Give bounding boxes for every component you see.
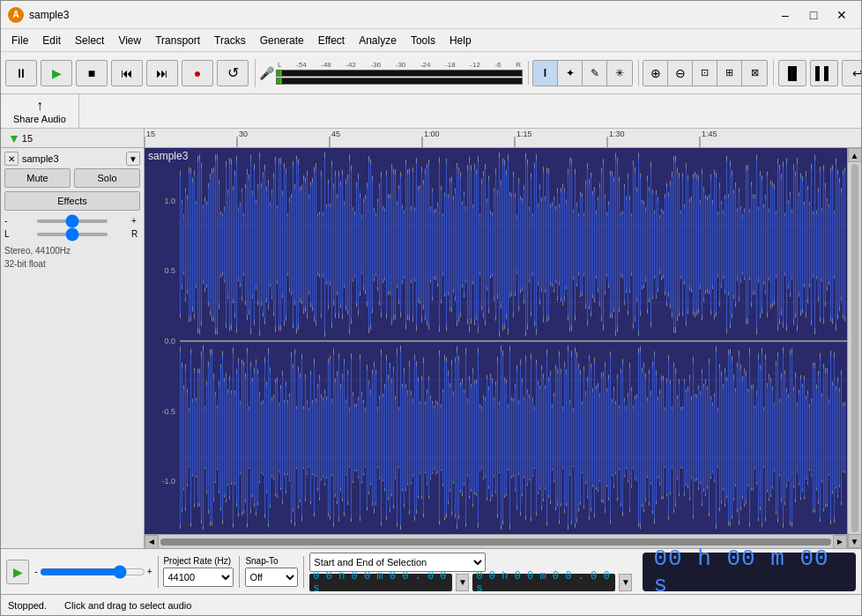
time1-dropdown-button[interactable]: ▼ [456, 574, 469, 591]
scroll-up-button[interactable]: ▲ [848, 148, 862, 162]
zoom-in-button[interactable]: ⊕ [643, 61, 668, 85]
gain-slider[interactable] [37, 219, 108, 223]
time-input-2[interactable]: 0 0 h 0 0 m 0 0 . 0 0 s [472, 574, 615, 591]
app-logo: A [8, 7, 24, 23]
multi-tool-button[interactable]: ✳ [607, 61, 632, 85]
volume-min-label: - [34, 567, 37, 576]
zoom-toggle-button[interactable]: ⊠ [742, 61, 767, 85]
scroll-down-button[interactable]: ▼ [848, 534, 862, 548]
menu-file[interactable]: File [4, 33, 35, 48]
svg-text:1:45: 1:45 [702, 130, 717, 138]
scale-0-5: 0.5 [145, 266, 175, 275]
menu-edit[interactable]: Edit [35, 33, 68, 48]
pan-row: L R [4, 229, 140, 239]
track-info: Stereo, 44100Hz 32-bit float [4, 244, 140, 271]
selection-section: Start and End of Selection Start and Len… [309, 553, 632, 591]
ruler-marks-area[interactable]: 15 30 45 1:00 1:15 1:30 1:45 [145, 129, 861, 147]
skip-start-button[interactable]: ⏮ [111, 60, 143, 86]
minimize-button[interactable]: – [773, 7, 798, 23]
counter-value: 00 h 00 m 00 s [653, 545, 845, 598]
track-menu-button[interactable]: ▼ [126, 152, 140, 166]
snap-to-select[interactable]: Off On [245, 568, 298, 587]
zoom-fit-sel-button[interactable]: ⊡ [693, 61, 717, 85]
counter-display: 00 h 00 m 00 s [643, 553, 856, 591]
share-audio-icon: ↑ [36, 98, 43, 114]
menu-bar: File Edit Select View Transport Tracks G… [1, 29, 861, 52]
track-panel: ✕ sample3 ▼ Mute Solo Effects - + L [1, 148, 145, 548]
waveform-canvas-area[interactable]: sample3 1.0 0.5 0.0 -0.5 -1.0 [145, 148, 847, 534]
skip-end-button[interactable]: ⏭ [146, 60, 178, 86]
menu-tracks[interactable]: Tracks [207, 33, 253, 48]
loop-button[interactable]: ↺ [217, 60, 249, 86]
menu-generate[interactable]: Generate [253, 33, 311, 48]
selection-tool-button[interactable]: I [533, 61, 558, 85]
scroll-left-button[interactable]: ◄ [145, 535, 159, 549]
trim-audio-button[interactable]: ▐▌ [778, 60, 806, 86]
status-bar: Stopped. Click and drag to select audio [1, 594, 861, 615]
svg-text:45: 45 [331, 130, 340, 138]
volume-slider[interactable] [40, 565, 145, 579]
zoom-buttons: ⊕ ⊖ ⊡ ⊞ ⊠ [643, 60, 768, 86]
bottom-play-button[interactable]: ▶ [6, 560, 29, 584]
timeline-ruler: ▼ 15 15 30 45 1:00 1:15 [1, 129, 861, 148]
separator-3 [303, 556, 304, 588]
zoom-fit-proj-button[interactable]: ⊞ [717, 61, 742, 85]
draw-tool-button[interactable]: ✎ [583, 61, 607, 85]
scrollbar-thumb[interactable] [160, 538, 831, 545]
status-state: Stopped. [8, 600, 47, 611]
svg-text:1:15: 1:15 [516, 130, 532, 138]
title-bar-controls: – □ ✕ [773, 7, 854, 23]
track-info-line2: 32-bit float [4, 257, 140, 271]
extra-tools-section [79, 94, 861, 128]
zoom-out-button[interactable]: ⊖ [668, 61, 693, 85]
share-toolbar: ↑ Share Audio [1, 94, 861, 129]
maximize-button[interactable]: □ [801, 7, 826, 23]
solo-button[interactable]: Solo [74, 168, 140, 188]
project-rate-select[interactable]: 44100 48000 96000 [163, 568, 234, 587]
gain-slider-container [13, 219, 131, 223]
stop-button[interactable]: ■ [76, 60, 108, 86]
share-audio-button[interactable]: ↑ Share Audio [8, 96, 71, 126]
close-button[interactable]: ✕ [829, 7, 854, 23]
menu-analyze[interactable]: Analyze [352, 33, 404, 48]
edit-tools: I ✦ ✎ ✳ [532, 60, 633, 86]
menu-view[interactable]: View [111, 33, 148, 48]
track-close-button[interactable]: ✕ [4, 152, 19, 166]
silence-audio-button[interactable]: ▌▌ [810, 60, 838, 86]
ruler-svg: 15 30 45 1:00 1:15 1:30 1:45 [145, 129, 861, 147]
effects-button[interactable]: Effects [4, 191, 140, 211]
input-meter: L -54-48-42-36-30-24-18-12-6 R [276, 61, 523, 85]
time-input-1[interactable]: 0 0 h 0 0 m 0 0 . 0 0 s [309, 574, 452, 591]
horizontal-scrollbar[interactable]: ◄ ► [145, 534, 847, 548]
separator-2 [239, 556, 240, 588]
mute-solo-row: Mute Solo [4, 168, 140, 188]
menu-effect[interactable]: Effect [311, 33, 352, 48]
vscroll-track[interactable] [851, 164, 858, 532]
menu-help[interactable]: Help [442, 33, 479, 48]
time2-dropdown-button[interactable]: ▼ [619, 574, 632, 591]
scrollbar-track[interactable] [160, 538, 831, 545]
play-button[interactable]: ▶ [41, 60, 72, 86]
main-area: ✕ sample3 ▼ Mute Solo Effects - + L [1, 148, 861, 548]
snap-to-section: Snap-To Off On [245, 556, 298, 587]
window-title: sample3 [29, 9, 69, 21]
project-rate-section: Project Rate (Hz) 44100 48000 96000 [163, 556, 234, 587]
input-meter-bar-l [276, 70, 523, 77]
pan-slider[interactable] [37, 233, 108, 236]
pause-button[interactable]: ⏸ [5, 60, 37, 86]
menu-transport[interactable]: Transport [148, 33, 207, 48]
status-hint: Click and drag to select audio [64, 600, 191, 611]
waveform-section: sample3 1.0 0.5 0.0 -0.5 -1.0 [145, 148, 847, 548]
menu-tools[interactable]: Tools [404, 33, 442, 48]
transport-buttons: ⏸ ▶ ■ ⏮ ⏭ ● ↺ [4, 59, 256, 87]
undo-button[interactable]: ↩ [842, 60, 862, 86]
input-meter-section: 🎤 L -54-48-42-36-30-24-18-12-6 R [259, 61, 529, 85]
vertical-scrollbar[interactable]: ▲ ▼ [847, 148, 861, 548]
record-button[interactable]: ● [182, 60, 213, 86]
selection-mode-select[interactable]: Start and End of Selection Start and Len… [309, 553, 486, 572]
scroll-right-button[interactable]: ► [833, 535, 847, 549]
mute-button[interactable]: Mute [4, 168, 71, 188]
envelope-tool-button[interactable]: ✦ [558, 61, 583, 85]
project-rate-label: Project Rate (Hz) [163, 556, 234, 566]
menu-select[interactable]: Select [68, 33, 111, 48]
